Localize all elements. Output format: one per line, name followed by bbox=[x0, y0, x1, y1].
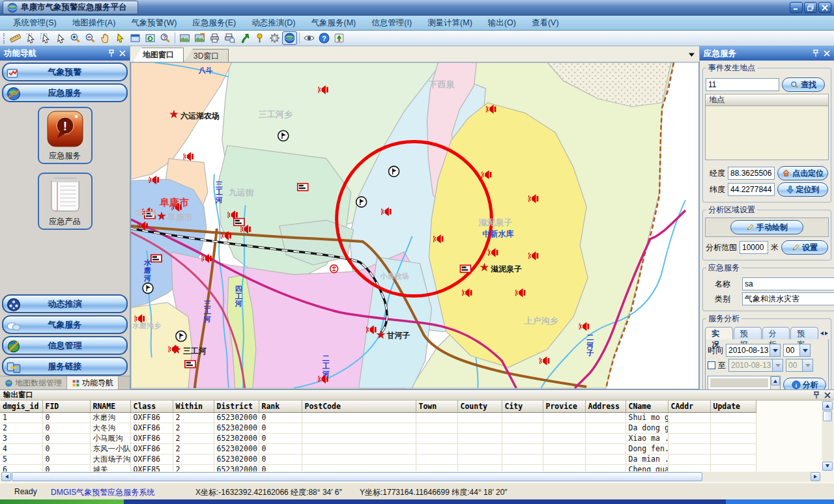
table-row[interactable]: 10水磨沟OXFF8626523020000Shui mo gou bbox=[0, 412, 756, 423]
column-header-Within[interactable]: Within bbox=[173, 400, 214, 412]
left-panel-tab-1[interactable]: 功能导航 bbox=[67, 376, 119, 389]
menu-item-7[interactable]: 测量计算(M) bbox=[420, 16, 480, 31]
minimize-button[interactable] bbox=[790, 2, 803, 13]
tab-scroll-right-icon[interactable] bbox=[825, 328, 829, 337]
hour-to-select[interactable]: 00 bbox=[786, 359, 813, 372]
set-range-button[interactable]: 设置 bbox=[781, 240, 828, 255]
close-button[interactable] bbox=[818, 2, 831, 13]
locate-to-button[interactable]: 定位到 bbox=[777, 182, 828, 197]
scroll-left-icon[interactable] bbox=[1, 472, 11, 481]
print-preview-icon[interactable] bbox=[222, 31, 237, 45]
table-horizontal-scrollbar[interactable] bbox=[1, 472, 820, 481]
menu-item-4[interactable]: 动态推演(D) bbox=[244, 16, 303, 31]
place-list[interactable] bbox=[705, 105, 829, 160]
chevron-down-icon[interactable] bbox=[769, 344, 780, 356]
place-marker-icon[interactable] bbox=[252, 31, 267, 45]
accordion-item-bottom-2[interactable]: 信息管理 bbox=[2, 336, 128, 355]
analysis-tab-3[interactable]: 预案 bbox=[790, 327, 818, 339]
pan-hand-icon[interactable] bbox=[98, 31, 113, 45]
accordion-item-1[interactable]: 应急服务 bbox=[2, 83, 128, 102]
scroll-up-icon[interactable] bbox=[771, 376, 780, 385]
column-header-Address[interactable]: Address bbox=[585, 400, 626, 412]
analyze-button[interactable]: i 分析 bbox=[783, 378, 826, 389]
column-header-PostCode[interactable]: PostCode bbox=[302, 400, 416, 412]
latitude-input[interactable] bbox=[728, 183, 775, 196]
table-vertical-scrollbar[interactable] bbox=[822, 401, 833, 471]
visibility-eye-icon[interactable] bbox=[302, 31, 317, 45]
result-table[interactable]: dmgis_idFIDRNAMEClassWithinDistrictRankP… bbox=[0, 400, 756, 471]
accordion-item-0[interactable]: 气象预警 bbox=[2, 63, 128, 81]
hour-select[interactable]: 00 bbox=[783, 344, 811, 357]
column-header-FID[interactable]: FID bbox=[42, 400, 90, 412]
scroll-right-icon[interactable] bbox=[811, 472, 820, 481]
layer-tree-icon[interactable] bbox=[332, 31, 347, 45]
column-header-City[interactable]: City bbox=[502, 400, 543, 412]
export-image-icon[interactable] bbox=[192, 31, 207, 45]
service-name-input[interactable] bbox=[742, 277, 834, 290]
table-row[interactable]: 30小马厩沟OXFF8626523020000Xiao ma ... bbox=[0, 433, 756, 443]
shortcut-0[interactable]: !应急服务 bbox=[38, 107, 93, 164]
select-rect-icon[interactable] bbox=[38, 31, 53, 45]
maximize-button[interactable] bbox=[804, 2, 817, 13]
date-to-select[interactable]: 2010-08-13 bbox=[728, 359, 783, 372]
pin-icon[interactable] bbox=[108, 49, 115, 57]
analysis-tab-0[interactable]: 实况 bbox=[705, 327, 733, 339]
to-checkbox[interactable] bbox=[708, 361, 715, 369]
longitude-input[interactable] bbox=[728, 167, 775, 180]
chevron-down-icon[interactable] bbox=[799, 344, 810, 356]
menu-item-8[interactable]: 输出(O) bbox=[480, 16, 524, 31]
tab-list-dropdown-icon[interactable] bbox=[688, 50, 695, 59]
close-icon[interactable] bbox=[824, 392, 831, 399]
close-icon[interactable] bbox=[119, 50, 126, 57]
shortcut-1[interactable]: 应急产品 bbox=[38, 173, 93, 230]
column-header-CAddr[interactable]: CAddr bbox=[668, 400, 710, 412]
menu-item-6[interactable]: 信息管理(I) bbox=[364, 16, 420, 31]
table-row[interactable]: 20大冬沟OXFF8626523020000Da dong gou bbox=[0, 423, 756, 433]
print-icon[interactable] bbox=[207, 31, 222, 45]
settings-gear-icon[interactable] bbox=[267, 31, 282, 45]
pin-icon[interactable] bbox=[813, 391, 820, 399]
ruler-icon[interactable] bbox=[8, 31, 23, 45]
search-button[interactable]: 查找 bbox=[782, 77, 825, 92]
select-polygon-icon[interactable] bbox=[23, 31, 38, 45]
manual-draw-button[interactable]: 手动绘制 bbox=[730, 220, 803, 234]
element-list[interactable]: 降水空气温度 bbox=[708, 376, 781, 389]
pointer-icon[interactable] bbox=[113, 31, 128, 45]
menu-item-0[interactable]: 系统管理(S) bbox=[5, 16, 65, 31]
accordion-item-bottom-1[interactable]: 气象服务 bbox=[2, 315, 128, 334]
scrollbar-thumb[interactable] bbox=[823, 411, 832, 421]
globe-3d-icon[interactable] bbox=[282, 31, 297, 45]
event-location-input[interactable] bbox=[706, 78, 779, 91]
map-tab-1[interactable]: 3D窗口 bbox=[184, 49, 229, 62]
menu-item-9[interactable]: 查看(V) bbox=[524, 16, 567, 31]
column-header-Rank[interactable]: Rank bbox=[259, 400, 302, 412]
column-header-Class[interactable]: Class bbox=[130, 400, 173, 412]
range-input[interactable] bbox=[740, 241, 768, 254]
column-header-dmgis_id[interactable]: dmgis_id bbox=[0, 400, 42, 412]
table-row[interactable]: 40东风一小队OXFF8626523020000Dong fen... bbox=[0, 443, 756, 454]
tab-scroll-left-icon[interactable] bbox=[820, 328, 824, 337]
date-select[interactable]: 2010-08-13 bbox=[726, 344, 781, 357]
accordion-item-bottom-0[interactable]: 动态推演 bbox=[2, 294, 128, 313]
refresh-view-icon[interactable] bbox=[143, 31, 158, 45]
toolbar-grip[interactable] bbox=[3, 33, 6, 44]
go-arrow-icon[interactable] bbox=[237, 31, 252, 45]
map-image-icon[interactable] bbox=[177, 31, 192, 45]
menu-item-3[interactable]: 应急服务(E) bbox=[184, 16, 244, 31]
scroll-up-icon[interactable] bbox=[822, 401, 833, 410]
pin-icon[interactable] bbox=[812, 49, 819, 57]
map-canvas[interactable]: 八斗六运湖农场三工河乡下西泉九运街阜康市城关镇阜康市滋泥泉子中新水库滋泥泉子小泉… bbox=[131, 63, 698, 389]
table-row[interactable]: 50大面场子沟OXFF8626523020000Da mian ... bbox=[0, 454, 756, 464]
click-locate-button[interactable]: 点击定位 bbox=[777, 166, 828, 180]
table-row[interactable]: 60城关OXFF8526523020000Cheng guan bbox=[0, 464, 756, 471]
zoom-in-icon[interactable] bbox=[68, 31, 83, 45]
zoom-out-icon[interactable] bbox=[83, 31, 98, 45]
column-header-Town[interactable]: Town bbox=[416, 400, 457, 412]
scroll-down-icon[interactable] bbox=[822, 462, 833, 471]
full-extent-icon[interactable] bbox=[128, 31, 143, 45]
analysis-tab-1[interactable]: 预报 bbox=[734, 327, 762, 339]
identify-icon[interactable]: ? bbox=[158, 31, 173, 45]
column-header-CName[interactable]: CName bbox=[626, 400, 668, 412]
analysis-tab-2[interactable]: 分析 bbox=[762, 327, 790, 339]
column-header-County[interactable]: County bbox=[457, 400, 502, 412]
